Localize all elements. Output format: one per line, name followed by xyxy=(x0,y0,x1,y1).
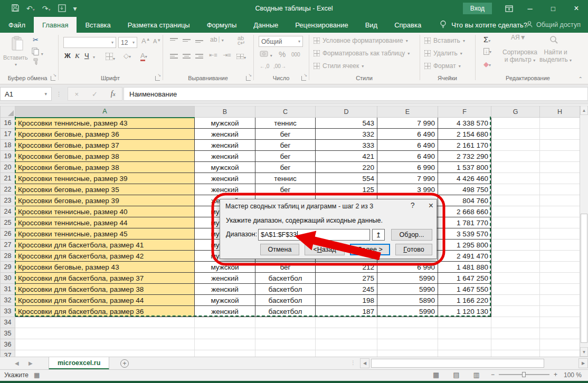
style-option-button[interactable]: Стили ячеек▾ xyxy=(314,62,364,70)
cell[interactable]: женский xyxy=(195,151,255,162)
cell[interactable] xyxy=(377,350,438,357)
cell[interactable]: 1 467 550 xyxy=(438,284,491,295)
collapse-ribbon-icon[interactable]: ⌃ xyxy=(578,76,583,82)
cell[interactable]: 2 154 680 xyxy=(438,129,491,140)
close-button[interactable]: × xyxy=(565,0,588,17)
column-header-E[interactable]: E xyxy=(377,106,438,118)
cell[interactable]: 804 760 xyxy=(438,195,491,206)
row-header-24[interactable]: 24 xyxy=(1,206,15,217)
cell[interactable] xyxy=(491,262,540,273)
row-header-36[interactable]: 36 xyxy=(1,339,15,350)
horizontal-scrollbar-thumb[interactable] xyxy=(371,359,544,368)
cell[interactable] xyxy=(491,317,540,328)
row-header-34[interactable]: 34 xyxy=(1,317,15,328)
merge-center-icon[interactable]: ▾ xyxy=(236,53,246,61)
cell[interactable]: 421 xyxy=(316,151,377,162)
borders-icon[interactable]: ▾ xyxy=(106,53,115,62)
ribbon-tab-Вид[interactable]: Вид xyxy=(357,17,386,33)
decrease-decimal-icon[interactable]: ,00→ xyxy=(273,63,286,69)
cell[interactable] xyxy=(491,118,540,129)
cell[interactable]: 543 xyxy=(316,118,377,129)
sign-in-button[interactable]: Вход xyxy=(463,3,492,14)
cell[interactable] xyxy=(540,173,580,184)
tell-me-box[interactable]: Что вы хотите сделать? xyxy=(451,21,527,29)
cell[interactable] xyxy=(540,118,580,129)
increase-indent-icon[interactable]: ⇥≡ xyxy=(223,52,231,59)
row-header-35[interactable]: 35 xyxy=(1,328,15,339)
find-select-icon[interactable] xyxy=(549,35,558,46)
hscroll-left-icon[interactable]: ◀ xyxy=(360,358,369,368)
cell[interactable] xyxy=(540,184,580,195)
cell[interactable]: женский xyxy=(195,140,255,151)
scroll-up-icon[interactable]: ▲ xyxy=(580,106,588,115)
cell[interactable]: 5990 xyxy=(377,284,438,295)
align-center-icon[interactable] xyxy=(183,53,191,60)
cell[interactable]: Кроссовки беговые, размер 39 xyxy=(15,195,195,206)
cell[interactable]: женский xyxy=(195,129,255,140)
italic-icon[interactable]: К xyxy=(75,52,80,60)
vertical-scrollbar[interactable]: ▲ ▼ xyxy=(580,106,588,357)
cell[interactable]: Кроссовки теннисные, размер 39 xyxy=(15,173,195,184)
cell[interactable]: баскетбол xyxy=(255,273,316,284)
cell[interactable]: 7 990 xyxy=(377,173,438,184)
row-header-33[interactable]: 33 xyxy=(1,306,15,317)
sheet-tab-active[interactable]: microexcel.ru xyxy=(49,357,109,370)
cell[interactable] xyxy=(15,350,195,357)
cell[interactable] xyxy=(540,295,580,306)
cell[interactable] xyxy=(438,350,491,357)
cell[interactable] xyxy=(195,350,255,357)
cells-option-button[interactable]: Вставить▾ xyxy=(424,37,465,44)
cell[interactable] xyxy=(438,317,491,328)
paste-button-label[interactable]: Вставить xyxy=(3,54,28,61)
row-header-17[interactable]: 17 xyxy=(1,129,15,140)
percent-style-icon[interactable]: % xyxy=(279,50,286,59)
cell[interactable] xyxy=(377,317,438,328)
grow-font-icon[interactable]: А▲ xyxy=(141,37,150,45)
font-size-combo[interactable]: 12▾ xyxy=(118,37,137,48)
cell[interactable]: теннис xyxy=(255,118,316,129)
cell[interactable] xyxy=(438,328,491,339)
zoom-in-icon[interactable]: + xyxy=(554,371,557,378)
row-header-32[interactable]: 32 xyxy=(1,295,15,306)
cell[interactable]: Кроссовки беговые, размер 36 xyxy=(15,129,195,140)
cell[interactable]: бег xyxy=(255,140,316,151)
cell[interactable]: 1 647 250 xyxy=(438,273,491,284)
paste-icon[interactable] xyxy=(11,36,24,53)
cell[interactable] xyxy=(491,184,540,195)
name-box[interactable]: A1▾ xyxy=(0,87,52,101)
accounting-format-icon[interactable]: ▾ xyxy=(260,51,272,59)
scroll-down-icon[interactable]: ▼ xyxy=(580,347,588,357)
row-header-16[interactable]: 16 xyxy=(1,118,15,129)
cells-option-button[interactable]: Удалить▾ xyxy=(424,50,462,57)
cell[interactable]: бег xyxy=(255,184,316,195)
cell[interactable] xyxy=(195,328,255,339)
ribbon-display-options-icon[interactable] xyxy=(499,0,518,17)
cell[interactable]: 220 xyxy=(316,162,377,173)
row-header-23[interactable]: 23 xyxy=(1,195,15,206)
view-page-break-icon[interactable]: ▥ xyxy=(473,371,480,379)
cell[interactable] xyxy=(540,206,580,217)
number-format-combo[interactable]: Общий▾ xyxy=(259,36,303,47)
cell[interactable]: 332 xyxy=(316,129,377,140)
cell[interactable] xyxy=(540,228,580,240)
cell[interactable] xyxy=(255,339,316,350)
cell[interactable] xyxy=(540,195,580,206)
cell[interactable] xyxy=(491,350,540,357)
cell[interactable] xyxy=(195,317,255,328)
cell[interactable]: Кроссовки теннисные, размер 45 xyxy=(15,228,195,240)
dialog-help-icon[interactable]: ? xyxy=(411,201,415,210)
column-header-B[interactable]: B xyxy=(195,106,255,118)
row-header-26[interactable]: 26 xyxy=(1,228,15,240)
view-page-layout-icon[interactable]: ▤ xyxy=(453,371,459,379)
zoom-out-icon[interactable]: − xyxy=(491,371,495,378)
cell[interactable]: 1 166 220 xyxy=(438,295,491,306)
row-header-28[interactable]: 28 xyxy=(1,251,15,262)
cell[interactable] xyxy=(491,206,540,217)
macro-record-icon[interactable]: ▦ xyxy=(34,371,40,379)
cell[interactable]: 2 161 170 xyxy=(438,140,491,151)
cell[interactable]: 333 xyxy=(316,140,377,151)
cell[interactable] xyxy=(15,328,195,339)
share-button[interactable]: Общий доступ xyxy=(536,21,581,28)
increase-decimal-icon[interactable]: ←,0 xyxy=(260,63,269,69)
cell[interactable]: 5990 xyxy=(377,306,438,317)
